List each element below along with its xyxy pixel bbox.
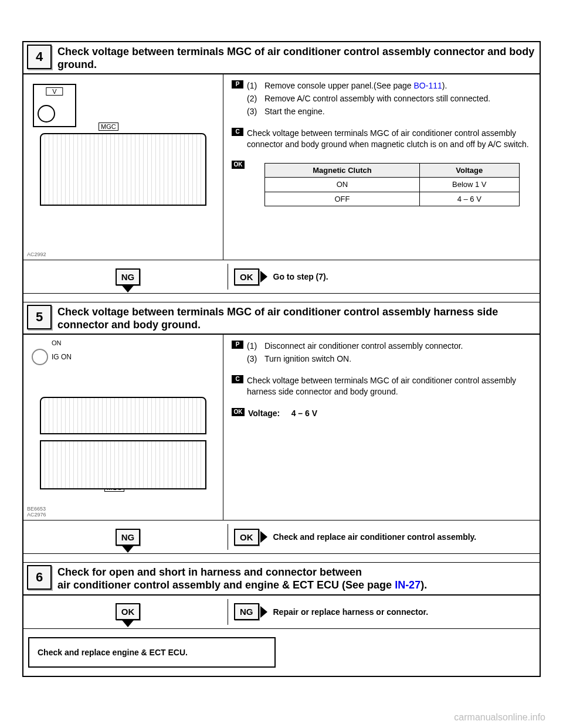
connector-illustration: [40, 133, 206, 206]
step-6-title: Check for open and short in harness and …: [57, 565, 427, 591]
list-item: (1) Disconnect air conditioner control a…: [247, 341, 531, 352]
ng-result: NG Repair or replace harness or connecto…: [228, 599, 504, 625]
step-number-badge: 5: [27, 305, 52, 329]
table-cell: 4 – 6 V: [419, 192, 519, 206]
step-6-header: 6 Check for open and short in harness an…: [23, 563, 540, 595]
page-link[interactable]: BO-111: [414, 81, 442, 90]
page-link[interactable]: IN-27: [395, 579, 420, 591]
ok-instruction: Go to step (7).: [273, 272, 328, 281]
check-icon: C: [232, 128, 243, 136]
connector-illustration: [40, 397, 206, 434]
check-text: Check voltage between terminals MGC of a…: [247, 375, 531, 397]
manual-page: 4 Check voltage between terminals MGC of…: [22, 41, 541, 677]
step-4-diagram-col: MGC AC2992: [23, 74, 223, 260]
voltage-label: Voltage:: [248, 409, 280, 418]
voltmeter-icon: [33, 84, 76, 127]
ok-result: OK Check and replace air conditioner con…: [228, 524, 504, 550]
item-text: Turn ignition switch ON.: [264, 353, 351, 365]
step-4-instructions: P (1) Remove console upper panel.(See pa…: [223, 74, 540, 260]
list-item: (1) Remove console upper panel.(See page…: [247, 80, 531, 91]
ok-icon: OK: [232, 161, 245, 169]
ok-indicator: OK: [111, 603, 144, 620]
step-number-badge: 6: [27, 565, 52, 590]
step-4: 4 Check voltage between terminals MGC of…: [23, 42, 540, 294]
item-number: (3): [247, 106, 264, 117]
step-5-body: ON IG ON MGC BE6653 AC2976 P: [23, 335, 540, 520]
item-text: Remove A/C control assembly with connect…: [264, 93, 490, 104]
step-6: 6 Check for open and short in harness an…: [23, 562, 540, 628]
harness-connector-illustration: [40, 440, 206, 489]
table-cell: ON: [265, 178, 420, 192]
step-4-header: 4 Check voltage between terminals MGC of…: [23, 42, 540, 74]
step-4-body: MGC AC2992 P (1) Remove console upper pa…: [23, 74, 540, 260]
diagram-code: AC2992: [27, 251, 46, 257]
voltage-value: 4 – 6 V: [291, 409, 317, 418]
ng-label: NG: [116, 529, 141, 546]
step-5: 5 Check voltage between terminals MGC of…: [23, 302, 540, 554]
ok-label: OK: [234, 529, 259, 546]
table-header: Voltage: [419, 163, 519, 178]
mgc-label: MGC: [99, 123, 118, 131]
item-text: Disconnect air conditioner control assem…: [264, 341, 463, 352]
prep-list: (1) Remove console upper panel.(See page…: [247, 80, 531, 117]
item-text: Remove console upper panel.(See page BO-…: [264, 80, 447, 91]
table-cell: OFF: [265, 192, 420, 206]
ok-icon: OK: [232, 408, 245, 416]
prep-list: (1) Disconnect air conditioner control a…: [247, 341, 531, 365]
step-4-title: Check voltage between terminals MGC of a…: [57, 45, 536, 71]
on-label: ON: [52, 339, 218, 346]
step-number-badge: 4: [27, 45, 52, 69]
ng-instruction: Repair or replace harness or connector.: [273, 607, 429, 617]
ig-on-indicator: IG ON: [32, 349, 215, 365]
ng-label: NG: [234, 603, 259, 620]
diagram-code: BE6653 AC2976: [27, 506, 46, 518]
ng-label: NG: [116, 268, 141, 285]
ok-label: OK: [116, 603, 141, 620]
item-number: (1): [247, 80, 264, 91]
prep-icon: P: [232, 80, 243, 89]
check-icon: C: [232, 375, 243, 383]
ok-instruction: Check and replace air conditioner contro…: [273, 532, 477, 542]
ng-indicator: NG: [111, 268, 144, 285]
table-header: Magnetic Clutch: [265, 163, 420, 178]
prep-icon: P: [232, 341, 243, 349]
item-text: Start the engine.: [264, 106, 325, 117]
step-5-header: 5 Check voltage between terminals MGC of…: [23, 302, 540, 335]
step-6-result-bar: OK NG Repair or replace harness or conne…: [23, 596, 540, 628]
step-5-diagram-col: ON IG ON MGC BE6653 AC2976: [23, 335, 223, 520]
voltmeter-diagram: MGC AC2992: [23, 74, 223, 260]
ignition-icon: [32, 349, 48, 365]
final-action-box: Check and replace engine & ECT ECU.: [28, 637, 276, 668]
list-item: (3) Turn ignition switch ON.: [247, 353, 531, 365]
step-5-instructions: P (1) Disconnect air conditioner control…: [223, 335, 540, 520]
ignition-diagram: ON IG ON MGC BE6653 AC2976: [23, 335, 223, 520]
step-4-result-bar: NG OK Go to step (7).: [23, 260, 540, 293]
voltage-table: Magnetic Clutch Voltage ON Below 1 V OFF…: [264, 163, 520, 207]
step-5-title: Check voltage between terminals MGC of a…: [57, 305, 536, 331]
item-number: (1): [247, 341, 264, 352]
table-cell: Below 1 V: [419, 178, 519, 192]
item-number: (2): [247, 93, 264, 104]
ok-result: OK Go to step (7).: [228, 264, 504, 290]
ng-indicator: NG: [111, 529, 144, 546]
check-text: Check voltage between terminals MGC of a…: [247, 128, 531, 150]
page-footer-watermark: carmanualsonline.info: [0, 700, 563, 728]
list-item: (3) Start the engine.: [247, 106, 531, 117]
ig-on-label: IG ON: [52, 353, 72, 361]
step-5-result-bar: NG OK Check and replace air conditioner …: [23, 520, 540, 553]
list-item: (2) Remove A/C control assembly with con…: [247, 93, 531, 104]
ok-label: OK: [234, 268, 259, 285]
item-number: (3): [247, 353, 264, 365]
